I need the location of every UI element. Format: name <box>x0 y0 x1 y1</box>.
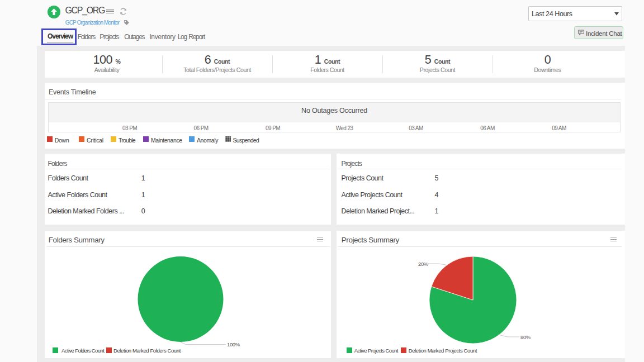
svg-text:80%: 80% <box>520 334 531 340</box>
svg-text:20%: 20% <box>418 261 429 267</box>
svg-text:100%: 100% <box>227 341 240 347</box>
